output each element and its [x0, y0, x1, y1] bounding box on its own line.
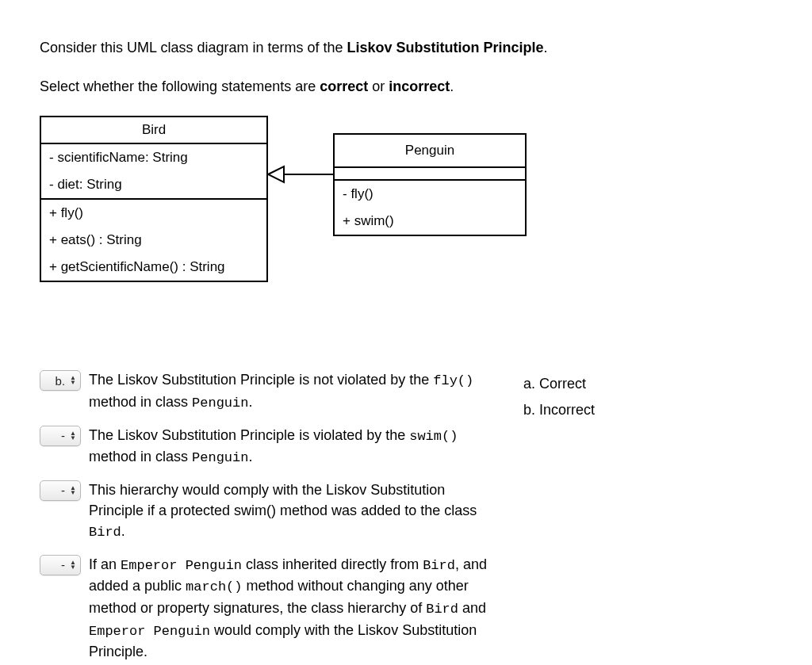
- uml-method: + eats() : String: [41, 227, 266, 254]
- code-text: fly(): [433, 373, 473, 388]
- uml-attributes: - scientificName: String - diet: String: [41, 144, 266, 200]
- intro-bold: correct: [320, 78, 368, 94]
- question-item: -▲▼The Liskov Substitution Principle is …: [40, 425, 500, 468]
- select-value: -: [61, 427, 65, 445]
- answer-select[interactable]: -▲▼: [40, 426, 81, 446]
- text: The Liskov Substitution Principle is not…: [89, 372, 433, 388]
- uml-method: + fly(): [41, 200, 266, 227]
- answer-option-b: b. Incorrect: [523, 397, 595, 422]
- code-text: swim(): [409, 429, 458, 444]
- inheritance-arrow: [268, 174, 333, 190]
- text: .: [248, 449, 252, 464]
- intro-text: .: [544, 40, 548, 55]
- question-text: The Liskov Substitution Principle is vio…: [89, 425, 500, 468]
- text: and: [458, 600, 486, 616]
- question-text: This hierarchy would comply with the Lis…: [89, 480, 500, 543]
- question-text: If an Emperor Penguin class inherited di…: [89, 554, 500, 663]
- text: .: [248, 394, 252, 410]
- arrowhead-icon: [266, 165, 285, 184]
- code-text: Bird: [89, 525, 121, 540]
- intro-text: Select whether the following statements …: [40, 78, 320, 94]
- uml-class-title: Bird: [41, 117, 266, 144]
- code-text: march(): [186, 579, 242, 594]
- answer-select[interactable]: -▲▼: [40, 555, 81, 575]
- uml-class-bird: Bird - scientificName: String - diet: St…: [40, 116, 268, 282]
- text: method in class: [89, 394, 192, 410]
- intro-text: .: [450, 78, 454, 94]
- uml-class-title: Penguin: [335, 135, 525, 168]
- uml-attribute: - scientificName: String: [41, 144, 266, 171]
- code-text: Emperor Penguin: [121, 558, 242, 573]
- stepper-icon: ▲▼: [70, 486, 76, 495]
- intro-text: or: [368, 78, 389, 94]
- select-value: -: [61, 482, 65, 499]
- uml-methods: + fly() + eats() : String + getScientifi…: [41, 200, 266, 281]
- uml-attribute: - diet: String: [41, 171, 266, 198]
- question-item: b.▲▼The Liskov Substitution Principle is…: [40, 369, 500, 413]
- text: method in class: [89, 449, 192, 464]
- uml-method: + swim(): [335, 208, 525, 235]
- answer-select[interactable]: -▲▼: [40, 480, 81, 501]
- text: If an: [89, 556, 121, 572]
- uml-diagram: Bird - scientificName: String - diet: St…: [40, 116, 772, 338]
- select-value: -: [61, 556, 65, 574]
- text: The Liskov Substitution Principle is vio…: [89, 427, 409, 443]
- intro-bold: Liskov Substitution Principle: [347, 40, 543, 55]
- uml-attributes-empty: [335, 168, 525, 181]
- question-text: The Liskov Substitution Principle is not…: [89, 369, 500, 413]
- intro-text: Consider this UML class diagram in terms…: [40, 40, 347, 55]
- question-item: -▲▼If an Emperor Penguin class inherited…: [40, 554, 500, 663]
- code-text: Bird: [426, 602, 458, 617]
- uml-method: + getScientificName() : String: [41, 254, 266, 281]
- uml-class-penguin: Penguin - fly() + swim(): [333, 133, 527, 236]
- code-text: Emperor Penguin: [89, 624, 210, 639]
- stepper-icon: ▲▼: [70, 376, 76, 385]
- text: This hierarchy would comply with the Lis…: [89, 482, 477, 518]
- intro-line-2: Select whether the following statements …: [40, 77, 772, 97]
- answer-select[interactable]: b.▲▼: [40, 370, 81, 391]
- stepper-icon: ▲▼: [70, 560, 76, 570]
- questions-area: b.▲▼The Liskov Substitution Principle is…: [40, 369, 772, 665]
- select-value: b.: [56, 373, 66, 390]
- intro-bold: incorrect: [389, 78, 450, 94]
- intro-line-1: Consider this UML class diagram in terms…: [40, 38, 772, 58]
- svg-marker-0: [268, 166, 284, 182]
- question-item: -▲▼This hierarchy would comply with the …: [40, 480, 500, 543]
- code-text: Penguin: [192, 450, 248, 465]
- code-text: Penguin: [192, 396, 248, 411]
- uml-method: - fly(): [335, 181, 525, 208]
- text: .: [121, 523, 125, 539]
- answers-legend: a. Correct b. Incorrect: [523, 369, 595, 422]
- answer-option-a: a. Correct: [523, 371, 595, 396]
- text: class inherited directly from: [242, 556, 423, 572]
- questions-list: b.▲▼The Liskov Substitution Principle is…: [40, 369, 500, 665]
- stepper-icon: ▲▼: [70, 431, 76, 441]
- uml-methods: - fly() + swim(): [335, 181, 525, 235]
- code-text: Bird: [423, 558, 455, 573]
